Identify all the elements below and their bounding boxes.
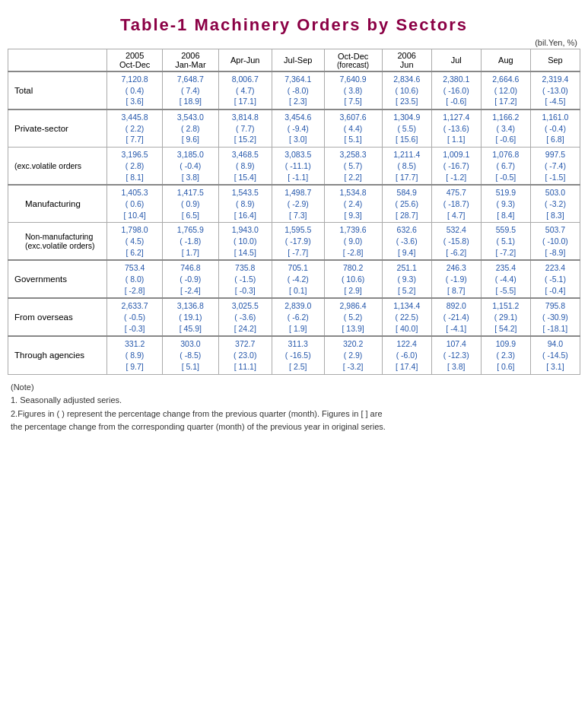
exc-volatile-d8: 1,076.8 ( 6.7) [ -0.5] xyxy=(481,148,530,186)
label-governments: Governments xyxy=(8,260,107,298)
total-d2: 7,648.7 ( 7.4) [ 18.9] xyxy=(163,71,218,109)
total-d7: 2,380.1 ( -16.0) [ -0.6] xyxy=(431,71,481,109)
manufacturing-d9: 503.0 ( -3.2) [ 8.3] xyxy=(530,185,580,223)
total-d8: 2,664.6 ( 12.0) [ 17.2] xyxy=(481,71,530,109)
private-d8: 1,166.2 ( 3.4) [ -0.6] xyxy=(481,109,530,148)
label-manufacturing: Manufacturing xyxy=(8,185,107,223)
row-total: Total 7,120.8 ( 0.4) [ 3.6] 7,648.7 ( 7.… xyxy=(8,71,580,109)
governments-d1: 753.4 ( 8.0) [ -2.8] xyxy=(107,260,163,298)
agencies-d3: 372.7 ( 23.0) [ 11.1] xyxy=(218,336,272,374)
exc-volatile-d9: 997.5 ( -7.4) [ -1.5] xyxy=(530,148,580,186)
manufacturing-d1: 1,405.3 ( 0.6) [ 10.4] xyxy=(107,185,163,223)
total-d4: 7,364.1 ( -8.0) [ 2.3] xyxy=(272,71,324,109)
row-private: Private-sector 3,445.8 ( 2.2) [ 7.7] 3,5… xyxy=(8,109,580,148)
col-header-1: 2005 Oct-Dec xyxy=(107,49,163,72)
label-agencies: Through agencies xyxy=(8,336,107,374)
exc-volatile-d6: 1,211.4 ( 8.5) [ 17.7] xyxy=(382,148,431,186)
col-header-6: 2006 Jun xyxy=(382,49,431,72)
manufacturing-d5: 1,534.8 ( 2.4) [ 9.3] xyxy=(324,185,382,223)
col-header-5: Oct-Dec (forecast) xyxy=(324,49,382,72)
agencies-d1: 331.2 ( 8.9) [ 9.7] xyxy=(107,336,163,374)
overseas-d6: 1,134.4 ( 22.5) [ 40.0] xyxy=(382,298,431,336)
label-exc-volatile: (exc.volatile orders xyxy=(8,148,107,186)
page-title: Table-1 Machinery Orders by Sectors xyxy=(8,15,580,35)
manufacturing-d6: 584.9 ( 25.6) [ 28.7] xyxy=(382,185,431,223)
col-header-9: Sep xyxy=(530,49,580,72)
row-governments: Governments 753.4 ( 8.0) [ -2.8] 746.8 (… xyxy=(8,260,580,298)
overseas-d7: 892.0 ( -21.4) [ -4.1] xyxy=(431,298,481,336)
nonmanufacturing-d2: 1,765.9 ( -1.8) [ 1.7] xyxy=(163,223,218,261)
row-agencies: Through agencies 331.2 ( 8.9) [ 9.7] 303… xyxy=(8,336,580,374)
row-exc-volatile: (exc.volatile orders 3,196.5 ( 2.8) [ 8.… xyxy=(8,148,580,186)
total-d6: 2,834.6 ( 10.6) [ 23.5] xyxy=(382,71,431,109)
governments-d5: 780.2 ( 10.6) [ 2.9] xyxy=(324,260,382,298)
unit-note: (bil.Yen, %) xyxy=(8,38,580,47)
private-d6: 1,304.9 ( 5.5) [ 15.6] xyxy=(382,109,431,148)
exc-volatile-d5: 3,258.3 ( 5.7) [ 2.2] xyxy=(324,148,382,186)
notes-section: (Note) 1. Seasonally adjusted series. 2.… xyxy=(8,381,580,434)
note-2: 2.Figures in ( ) represent the percentag… xyxy=(11,408,580,434)
label-private: Private-sector xyxy=(8,109,107,148)
agencies-d8: 109.9 ( 2.3) [ 0.6] xyxy=(481,336,530,374)
manufacturing-d4: 1,498.7 ( -2.9) [ 7.3] xyxy=(272,185,324,223)
nonmanufacturing-d6: 632.6 ( -3.6) [ 9.4] xyxy=(382,223,431,261)
total-d5: 7,640.9 ( 3.8) [ 7.5] xyxy=(324,71,382,109)
total-d1: 7,120.8 ( 0.4) [ 3.6] xyxy=(107,71,163,109)
overseas-d4: 2,839.0 ( -6.2) [ 1.9] xyxy=(272,298,324,336)
agencies-d2: 303.0 ( -8.5) [ 5.1] xyxy=(163,336,218,374)
agencies-d6: 122.4 ( -6.0) [ 17.4] xyxy=(382,336,431,374)
exc-volatile-d4: 3,083.5 ( -11.1) [ -1.1] xyxy=(272,148,324,186)
nonmanufacturing-d5: 1,739.6 ( 9.0) [ -2.8] xyxy=(324,223,382,261)
manufacturing-d8: 519.9 ( 9.3) [ 8.4] xyxy=(481,185,530,223)
private-d7: 1,127.4 ( -13.6) [ 1.1] xyxy=(431,109,481,148)
col-header-8: Aug xyxy=(481,49,530,72)
col-header-7: Jul xyxy=(431,49,481,72)
governments-d6: 251.1 ( 9.3) [ 5.2] xyxy=(382,260,431,298)
exc-volatile-d7: 1,009.1 ( -16.7) [ -1.2] xyxy=(431,148,481,186)
overseas-d5: 2,986.4 ( 5.2) [ 13.9] xyxy=(324,298,382,336)
overseas-d9: 795.8 ( -30.9) [ -18.1] xyxy=(530,298,580,336)
manufacturing-d2: 1,417.5 ( 0.9) [ 6.5] xyxy=(163,185,218,223)
col-label-header xyxy=(8,49,107,72)
col-header-4: Jul-Sep xyxy=(272,49,324,72)
total-d9: 2,319.4 ( -13.0) [ -4.5] xyxy=(530,71,580,109)
row-nonmanufacturing: Non-manufacturing (exc.volatile orders) … xyxy=(8,223,580,261)
note-1: 1. Seasonally adjusted series. xyxy=(11,394,580,408)
overseas-d1: 2,633.7 ( -0.5) [ -0.3] xyxy=(107,298,163,336)
manufacturing-d3: 1,543.5 ( 8.9) [ 16.4] xyxy=(218,185,272,223)
overseas-d2: 3,136.8 ( 19.1) [ 45.9] xyxy=(163,298,218,336)
agencies-d7: 107.4 ( -12.3) [ 3.8] xyxy=(431,336,481,374)
col-header-2: 2006 Jan-Mar xyxy=(163,49,218,72)
agencies-d5: 320.2 ( 2.9) [ -3.2] xyxy=(324,336,382,374)
nonmanufacturing-d1: 1,798.0 ( 4.5) [ 6.2] xyxy=(107,223,163,261)
label-overseas: From overseas xyxy=(8,298,107,336)
exc-volatile-d3: 3,468.5 ( 8.9) [ 15.4] xyxy=(218,148,272,186)
nonmanufacturing-d3: 1,943.0 ( 10.0) [ 14.5] xyxy=(218,223,272,261)
overseas-d3: 3,025.5 ( -3.6) [ 24.2] xyxy=(218,298,272,336)
governments-d8: 235.4 ( -4.4) [ -5.5] xyxy=(481,260,530,298)
agencies-d9: 94.0 ( -14.5) [ 3.1] xyxy=(530,336,580,374)
label-total: Total xyxy=(8,71,107,109)
governments-d7: 246.3 ( -1.9) [ 8.7] xyxy=(431,260,481,298)
private-d5: 3,607.6 ( 4.4) [ 5.1] xyxy=(324,109,382,148)
col-header-3: Apr-Jun xyxy=(218,49,272,72)
exc-volatile-d2: 3,185.0 ( -0.4) [ 3.8] xyxy=(163,148,218,186)
nonmanufacturing-d8: 559.5 ( 5.1) [ -7.2] xyxy=(481,223,530,261)
row-manufacturing: Manufacturing 1,405.3 ( 0.6) [ 10.4] 1,4… xyxy=(8,185,580,223)
governments-d2: 746.8 ( -0.9) [ -2.4] xyxy=(163,260,218,298)
main-table: 2005 Oct-Dec 2006 Jan-Mar Apr-Jun Jul-Se… xyxy=(8,49,580,375)
private-d2: 3,543.0 ( 2.8) [ 9.6] xyxy=(163,109,218,148)
label-nonmanufacturing: Non-manufacturing (exc.volatile orders) xyxy=(8,223,107,261)
row-overseas: From overseas 2,633.7 ( -0.5) [ -0.3] 3,… xyxy=(8,298,580,336)
manufacturing-d7: 475.7 ( -18.7) [ 4.7] xyxy=(431,185,481,223)
exc-volatile-d1: 3,196.5 ( 2.8) [ 8.1] xyxy=(107,148,163,186)
private-d1: 3,445.8 ( 2.2) [ 7.7] xyxy=(107,109,163,148)
agencies-d4: 311.3 ( -16.5) [ 2.5] xyxy=(272,336,324,374)
private-d4: 3,454.6 ( -9.4) [ 3.0] xyxy=(272,109,324,148)
nonmanufacturing-d4: 1,595.5 ( -17.9) [ -7.7] xyxy=(272,223,324,261)
total-d3: 8,006.7 ( 4.7) [ 17.1] xyxy=(218,71,272,109)
nonmanufacturing-d7: 532.4 ( -15.8) [ -6.2] xyxy=(431,223,481,261)
private-d3: 3,814.8 ( 7.7) [ 15.2] xyxy=(218,109,272,148)
governments-d3: 735.8 ( -1.5) [ -0.3] xyxy=(218,260,272,298)
nonmanufacturing-d9: 503.7 ( -10.0) [ -8.9] xyxy=(530,223,580,261)
